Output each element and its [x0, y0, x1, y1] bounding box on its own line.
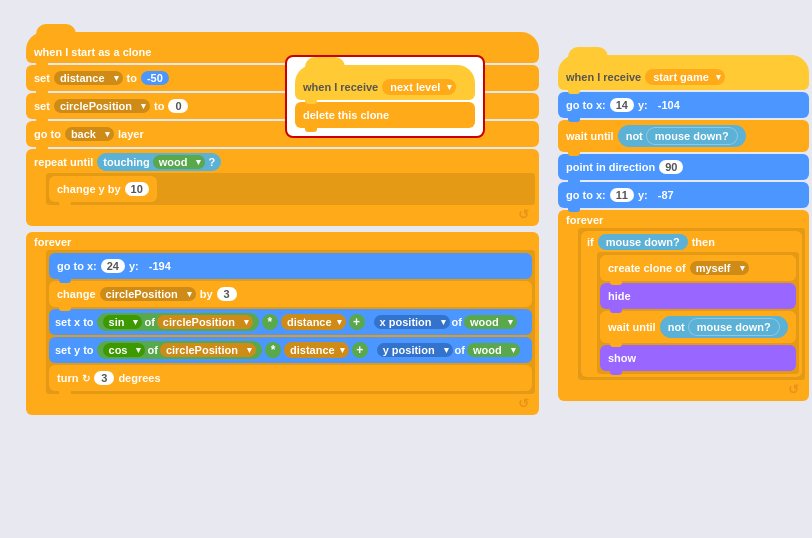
circlepos-dropdown2[interactable]: circlePosition — [100, 287, 196, 301]
wood-dropdown3[interactable]: wood — [467, 343, 520, 357]
receive-level-group: when I receive next level ▾ delete this … — [295, 65, 475, 128]
ypos-reporter: y position of wood — [371, 341, 526, 359]
change-cp-val[interactable]: 3 — [217, 287, 237, 301]
not-condition1: not mouse down? — [618, 125, 746, 147]
forever2-label: forever — [566, 214, 805, 226]
point-direction-block[interactable]: point in direction 90 — [558, 154, 809, 180]
delete-clone-block[interactable]: delete this clone — [295, 102, 475, 128]
turn-val[interactable]: 3 — [94, 371, 114, 385]
cp3-dropdown[interactable]: circlePosition — [157, 315, 253, 329]
touching-condition: touching wood ? — [97, 153, 221, 171]
ypos-dropdown[interactable]: y position — [377, 343, 453, 357]
if-body: create clone of myself hide wait until n… — [597, 252, 799, 374]
create-clone-block[interactable]: create clone of myself — [600, 255, 796, 281]
goto-xy2-block[interactable]: go to x: 11 y: -87 — [558, 182, 809, 208]
forever-arrow: ↺ — [34, 396, 535, 413]
change-y-block[interactable]: change y by 10 — [49, 176, 157, 202]
goto-x2-val[interactable]: 11 — [610, 188, 634, 202]
mouse-down1: mouse down? — [646, 127, 738, 145]
distance-value[interactable]: -50 — [141, 71, 169, 85]
wood-dropdown1[interactable]: wood — [153, 155, 206, 169]
multiply1: * — [262, 314, 278, 330]
cos-dropdown[interactable]: cos — [103, 343, 146, 357]
back-dropdown[interactable]: back — [65, 127, 114, 141]
mouse-down3: mouse down? — [688, 318, 780, 336]
goto-y1-val[interactable]: -104 — [652, 98, 686, 112]
goto-xy1-block[interactable]: go to x: 14 y: -104 — [558, 92, 809, 118]
goto-x-val[interactable]: 24 — [101, 259, 125, 273]
mouse-down2-cond: mouse down? — [598, 234, 688, 250]
forever-block[interactable]: forever go to x: 24 y: -194 change circl… — [26, 232, 539, 415]
forever2-body: if mouse down? then create clone of myse… — [578, 228, 805, 380]
repeat-body: change y by 10 — [46, 173, 535, 205]
when-receive-game-hat[interactable]: when I receive start game ▾ — [558, 55, 809, 90]
myself-dropdown[interactable]: myself — [690, 261, 749, 275]
when-clone-label: when I start as a clone — [34, 46, 151, 58]
direction-val[interactable]: 90 — [659, 160, 683, 174]
distance-dropdown[interactable]: distance — [54, 71, 123, 85]
set-x-block[interactable]: set x to sin of circlePosition * distanc… — [49, 309, 532, 335]
change-circlepos-block[interactable]: change circlePosition by 3 — [49, 281, 532, 307]
not-condition2: not mouse down? — [660, 316, 788, 338]
if-block[interactable]: if mouse down? then create clone of myse… — [581, 231, 802, 377]
goto-y2-val[interactable]: -87 — [652, 188, 680, 202]
wait-until2-block[interactable]: wait until not mouse down? — [600, 311, 796, 343]
receive-game-group: when I receive start game ▾ go to x: 14 … — [558, 55, 809, 401]
circlepos-value[interactable]: 0 — [168, 99, 188, 113]
wood-dropdown2[interactable]: wood — [464, 315, 517, 329]
show-block[interactable]: show — [600, 345, 796, 371]
xpos-dropdown[interactable]: x position — [374, 315, 450, 329]
when-receive-level-hat[interactable]: when I receive next level ▾ — [295, 65, 475, 100]
distance-reporter: distance ▾ — [281, 314, 346, 330]
turn-block[interactable]: turn ↻ 3 degrees — [49, 365, 532, 391]
goto-y-val[interactable]: -194 — [143, 259, 177, 273]
change-y-val[interactable]: 10 — [125, 182, 149, 196]
sin-dropdown[interactable]: sin — [103, 315, 143, 329]
plus2: + — [352, 342, 368, 358]
receive-level-group-outline: when I receive next level ▾ delete this … — [285, 55, 485, 138]
wait-until1-block[interactable]: wait until not mouse down? — [558, 120, 809, 152]
set-y-block[interactable]: set y to cos of circlePosition * distanc… — [49, 337, 532, 363]
distance-reporter2: distance ▾ — [284, 342, 349, 358]
cp4-dropdown[interactable]: circlePosition — [160, 343, 256, 357]
sin-operator: sin of circlePosition — [97, 313, 259, 331]
xpos-reporter: x position of wood — [368, 313, 523, 331]
circlepos-dropdown[interactable]: circlePosition — [54, 99, 150, 113]
goto-x1-val[interactable]: 14 — [610, 98, 634, 112]
forever2-arrow: ↺ — [566, 382, 805, 399]
forever2-block[interactable]: forever if mouse down? then create clone… — [558, 210, 809, 401]
if-row: if mouse down? then — [587, 234, 799, 250]
start-game-dropdown[interactable]: start game ▾ — [645, 69, 725, 85]
forever-label: forever — [34, 236, 535, 248]
cos-operator: cos of circlePosition — [97, 341, 263, 359]
forever-body: go to x: 24 y: -194 change circlePositio… — [46, 250, 535, 394]
plus1: + — [349, 314, 365, 330]
repeat-until-block[interactable]: repeat until touching wood ? change y by… — [26, 149, 539, 226]
hide-block[interactable]: hide — [600, 283, 796, 309]
repeat-arrow: ↺ — [34, 207, 535, 222]
multiply2: * — [265, 342, 281, 358]
goto-xy-block[interactable]: go to x: 24 y: -194 — [49, 253, 532, 279]
event-dropdown[interactable]: next level ▾ — [382, 79, 456, 95]
